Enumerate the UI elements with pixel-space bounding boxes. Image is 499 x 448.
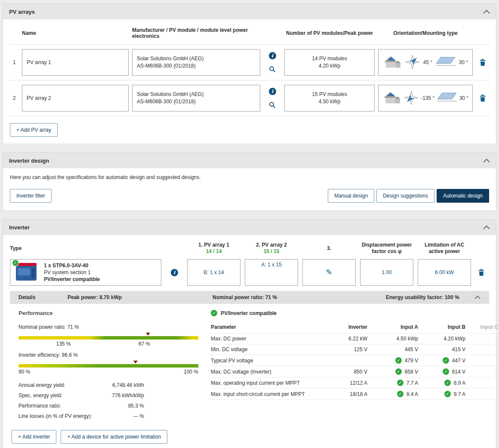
pv-array-name-input[interactable]: PV array 2: [22, 85, 129, 111]
pv-arrays-panel-header[interactable]: PV arrays: [3, 4, 496, 19]
input-a-value: 479 V: [395, 357, 418, 364]
array2-label: 2. PV array 2: [256, 242, 287, 248]
azimuth-value: -135 °: [421, 95, 434, 101]
parameter-name: Max. operating input current per MPPT: [211, 380, 326, 386]
add-pv-array-button[interactable]: + Add PV array: [10, 123, 58, 137]
col-input-c: Input C: [481, 324, 498, 330]
input-b-assignment-box[interactable]: B: 1 x 14: [187, 259, 240, 286]
check-circle-icon: [395, 368, 402, 375]
tilt-icon: [436, 56, 456, 68]
array1-count: 14 / 14: [206, 248, 222, 254]
check-circle-icon: [443, 357, 449, 364]
compatibility-row: Min. DC voltage 125 V 445 V 415 V: [211, 344, 498, 355]
details-nominal-ratio: Nominal power ratio: 71 %: [213, 294, 386, 300]
details-chevron-up-icon[interactable]: [474, 296, 484, 299]
stat-row: Performance ratio: 85.3 %: [18, 401, 144, 411]
collapse-chevron-up-icon[interactable]: [483, 226, 490, 229]
pv-array-row: 2 PV array 2 Solar Solutions GmbH (AEG) …: [10, 80, 489, 116]
delete-pv-array-icon[interactable]: [480, 95, 486, 102]
pv-arrays-body: Name Manufacturer / PV module / module l…: [3, 19, 496, 144]
inverter-design-panel-header[interactable]: Inverter design: [3, 153, 496, 168]
pv-module-select[interactable]: Solar Solutions GmbH (AEG) AS-M606B-300 …: [132, 85, 260, 111]
compatibility-status-row: PV/Inverter compatible: [211, 310, 498, 316]
check-circle-icon: [211, 310, 217, 316]
parameter-name: Max. DC power: [211, 336, 326, 342]
collapse-chevron-up-icon[interactable]: [483, 10, 490, 14]
inverter-filter-button[interactable]: Inverter filter: [10, 189, 52, 203]
nominal-power-ratio-label: Nominal power ratio: 71 %: [18, 324, 201, 330]
compatibility-row: Max. input short-circuit current per MPP…: [211, 389, 498, 400]
col-header-orientation: Orientation/Mounting type: [378, 30, 473, 36]
inverter-design-body: Here you can adjust the specifications f…: [3, 168, 496, 210]
pv-module-select[interactable]: Solar Solutions GmbH (AEG) AS-M606B-300 …: [132, 49, 260, 76]
manual-design-button[interactable]: Manual design: [328, 189, 374, 203]
input-a-value: 658 V: [395, 368, 418, 375]
ac-limit-box[interactable]: 6.00 kW: [418, 259, 471, 286]
collapse-chevron-up-icon[interactable]: [483, 159, 490, 163]
row-number: 2: [10, 95, 18, 101]
col-header-name: Name: [22, 30, 129, 36]
inverter-type-box[interactable]: 1 x STP6.0-3AV-40 PV system section 1 PV…: [10, 259, 161, 286]
delete-inverter-icon[interactable]: [478, 269, 484, 276]
module-actions: [264, 52, 281, 73]
parameter-name: Typical PV voltage: [211, 358, 326, 364]
add-inverter-button[interactable]: + Add inverter: [12, 430, 56, 444]
pv-array-name-input[interactable]: PV array 1: [22, 49, 129, 76]
details-peak-power: Peak power: 8.70 kWp: [68, 294, 213, 300]
col-parameter: Parameter: [211, 324, 326, 330]
value: 8.4 A: [407, 391, 418, 397]
inverter-panel-header[interactable]: Inverter: [3, 219, 496, 235]
design-suggestions-button[interactable]: Design suggestions: [376, 189, 434, 203]
inverter-row: 1 x STP6.0-3AV-40 PV system section 1 PV…: [10, 259, 489, 286]
parameter-name: Max. input short-circuit current per MPP…: [211, 391, 326, 397]
orientation-box[interactable]: 45 ° 30 °: [378, 49, 473, 76]
col-header-third: 3.: [302, 245, 356, 252]
inverter-panel: Inverter Type 1. PV array 1 14 / 14 2. P…: [3, 219, 496, 448]
pencil-icon: [326, 269, 332, 276]
scale-label: 135 %: [56, 341, 71, 347]
info-icon[interactable]: [269, 52, 276, 59]
info-icon[interactable]: [171, 269, 178, 276]
col-header-type: Type: [10, 245, 161, 252]
value: 447 V: [452, 358, 465, 364]
module-count-box[interactable]: 15 PV modules 4.50 kWp: [284, 85, 375, 111]
compatible-check-icon: [12, 260, 19, 266]
input-a-value: 4.50 kWp: [396, 336, 418, 342]
orientation-box[interactable]: -135 ° 30 °: [378, 85, 473, 111]
col-inverter: Inverter: [348, 324, 367, 330]
stat-value: 6,748.46 kWh: [112, 380, 144, 390]
ac-limit-value: 6.00 kW: [435, 269, 454, 275]
module-count-box[interactable]: 14 PV modules 4.20 kWp: [284, 49, 375, 76]
stat-value: 85.3 %: [128, 401, 144, 411]
delete-pv-array-icon[interactable]: [480, 59, 486, 66]
cos-phi-box[interactable]: 1.00: [360, 259, 413, 286]
add-power-limitation-device-button[interactable]: + Add a device for active power limitati…: [61, 430, 167, 444]
magnifier-icon[interactable]: [269, 102, 276, 108]
performance-title: Performance: [18, 310, 201, 316]
info-icon[interactable]: [269, 88, 276, 95]
details-content: Performance Nominal power ratio: 71 % 13…: [10, 304, 489, 423]
module-manufacturer: Solar Solutions GmbH (AEG): [137, 91, 203, 98]
bar-marker-icon: [146, 333, 150, 336]
inverter-model: 1 x STP6.0-3AV-40: [44, 263, 88, 269]
input-a-value: A: 1 x 15: [261, 262, 281, 268]
input-a-assignment-box[interactable]: A: 1 x 15: [245, 259, 298, 286]
details-toggle-bar[interactable]: Details Peak power: 8.70 kWp Nominal pow…: [10, 291, 489, 304]
col-input-a: Input A: [400, 324, 418, 330]
check-circle-icon: [395, 357, 402, 364]
col-header-module-count: Number of PV modules/Peak power: [284, 30, 375, 36]
module-count-value: 15 PV modules: [312, 91, 347, 98]
inverter-design-title: Inverter design: [9, 158, 49, 164]
pv-arrays-table-header: Name Manufacturer / PV module / module l…: [10, 24, 489, 45]
input-b-value: 9.7 A: [444, 391, 465, 397]
row-number: 1: [10, 59, 18, 65]
inverter-title: Inverter: [9, 224, 30, 231]
pv-arrays-title: PV arrays: [9, 9, 35, 15]
col-header-ac-limit: Limitation of AC active power: [418, 242, 471, 255]
magnifier-icon[interactable]: [269, 66, 276, 73]
array1-label: 1. PV array 1: [198, 242, 229, 248]
parameter-name: Max. DC voltage (Inverter): [211, 369, 326, 375]
input-b-value: 8.9 A: [444, 380, 465, 386]
edit-assignment-box[interactable]: [302, 259, 356, 286]
automatic-design-button[interactable]: Automatic design: [437, 189, 489, 203]
